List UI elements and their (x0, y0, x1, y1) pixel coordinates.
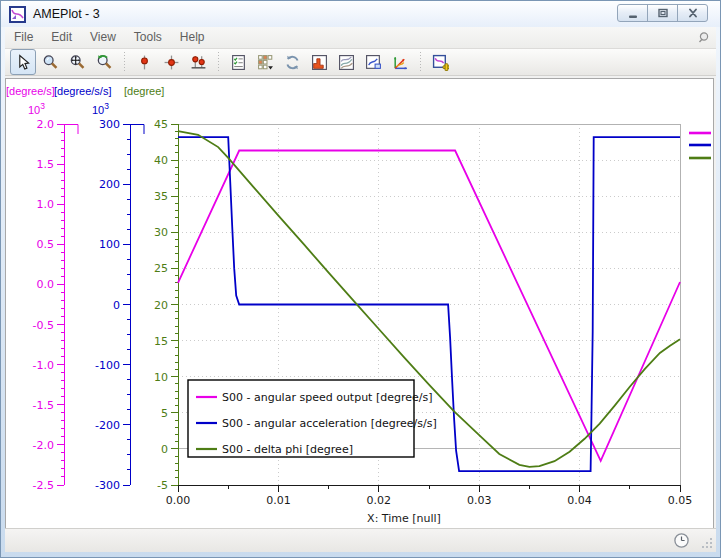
ameplot-window: AMEPlot - 3 FileEditViewToolsHelp (0, 0, 721, 558)
plot-canvas[interactable]: 2.01.51.00.50.0-0.5-1.0-1.5-2.0-2.530020… (6, 79, 713, 530)
x-tick-label: 0.05 (668, 494, 693, 507)
new-plot-icon (432, 54, 449, 71)
legend-entry-1: S00 - angular acceleration [degree/s/s] (222, 417, 437, 430)
y-tick-label: 100 (99, 238, 120, 251)
y-tick-label: 40 (154, 154, 168, 167)
pin-icon[interactable] (697, 31, 710, 44)
cursor-x-tool-icon (136, 54, 153, 71)
select-tool-button[interactable] (10, 49, 36, 75)
maximize-button[interactable] (647, 4, 678, 22)
minimize-button[interactable] (617, 4, 648, 22)
y-tick-label: 1.5 (37, 158, 55, 171)
zoom-previous-tool-icon (96, 54, 113, 71)
status-bar (5, 528, 716, 552)
window-frame: AMEPlot - 3 FileEditViewToolsHelp (0, 0, 721, 558)
y-tick-label: 30 (154, 226, 168, 239)
cursor-pair-tool-button[interactable] (185, 49, 211, 75)
y-axis-1: 3002001000-100-200-300 (95, 118, 144, 492)
close-icon (686, 6, 700, 20)
histogram-view-icon (311, 54, 328, 71)
y-tick-label: 0.0 (37, 278, 55, 291)
legend-entry-0: S00 - angular speed output [degree/s] (222, 391, 433, 404)
menu-view[interactable]: View (81, 27, 125, 48)
y-tick-label: -2.0 (33, 439, 54, 452)
cursor-x-tool-button[interactable] (131, 49, 157, 75)
cursor-cross-tool-icon (163, 54, 180, 71)
contour-view-icon (338, 54, 355, 71)
cursor-cross-tool-button[interactable] (158, 49, 184, 75)
menu-edit[interactable]: Edit (42, 27, 81, 48)
y-tick-label: -0.5 (33, 319, 54, 332)
x-tick-label: 0.02 (367, 494, 392, 507)
curve-swatches (689, 133, 711, 158)
y-tick-label: 20 (154, 299, 168, 312)
contour-view-button[interactable] (333, 49, 359, 75)
resize-grip[interactable] (701, 537, 713, 549)
toolbar-separator (417, 52, 424, 72)
curves-manager-icon (230, 54, 247, 71)
maximize-icon (656, 6, 670, 20)
y-tick-label: 2.0 (37, 118, 55, 131)
y-tick-label: 45 (154, 118, 168, 131)
ameplot-app-icon (9, 6, 26, 23)
legend-entry-2: S00 - delta phi [degree] (222, 443, 353, 456)
zoom-previous-tool-button[interactable] (91, 49, 117, 75)
y-axis-2: 454035302520151050-5 (154, 118, 178, 492)
window-title: AMEPlot - 3 (33, 7, 100, 21)
curves-manager-button[interactable] (225, 49, 251, 75)
cursor-pair-tool-icon (190, 54, 207, 71)
menu-file[interactable]: File (5, 27, 42, 48)
copy-plot-icon (365, 54, 382, 71)
menu-tools[interactable]: Tools (125, 27, 171, 48)
y-tick-label: -5 (157, 479, 168, 492)
close-button[interactable] (677, 4, 708, 22)
x-tick-label: 0.01 (266, 494, 291, 507)
menu-help[interactable]: Help (171, 27, 214, 48)
titlebar[interactable]: AMEPlot - 3 (1, 1, 720, 27)
refresh-plot-icon (284, 54, 301, 71)
y-tick-label: -1.0 (33, 359, 54, 372)
zoom-extents-tool-button[interactable] (64, 49, 90, 75)
plot-3d-button[interactable] (387, 49, 413, 75)
y-tick-label: -100 (95, 359, 120, 372)
layout-grid-button[interactable] (252, 49, 278, 75)
refresh-plot-button[interactable] (279, 49, 305, 75)
histogram-view-button[interactable] (306, 49, 332, 75)
y-tick-label: 300 (99, 118, 120, 131)
y-axis-0: 2.01.51.00.50.0-0.5-1.0-1.5-2.0-2.5 (33, 118, 78, 492)
zoom-tool-icon (42, 54, 59, 71)
y-tick-label: 15 (154, 335, 168, 348)
y-tick-label: -300 (95, 479, 120, 492)
y-tick-label: 200 (99, 178, 120, 191)
legend-box[interactable]: S00 - angular speed output [degree/s]S00… (188, 380, 437, 457)
zoom-extents-tool-icon (69, 54, 86, 71)
toolbar (5, 49, 716, 76)
window-controls (618, 4, 708, 22)
y-tick-label: -200 (95, 419, 120, 432)
y-tick-label: 1.0 (37, 198, 55, 211)
x-tick-label: 0.03 (467, 494, 492, 507)
x-tick-label: 0.00 (166, 494, 191, 507)
new-plot-button[interactable] (427, 49, 453, 75)
clock-icon (673, 532, 690, 549)
y-tick-label: 0.5 (37, 238, 55, 251)
plot-panel: [degree/s]103[degree/s/s]103[degree] 2.0… (5, 78, 714, 531)
copy-plot-button[interactable] (360, 49, 386, 75)
y-tick-label: 35 (154, 190, 168, 203)
y-tick-label: 0 (113, 299, 120, 312)
plot-3d-icon (392, 54, 409, 71)
client-area: FileEditViewToolsHelp [degree/s]103[degr… (5, 27, 716, 552)
y-tick-label: -1.5 (33, 399, 54, 412)
y-tick-label: 25 (154, 262, 168, 275)
y-tick-label: 5 (161, 407, 168, 420)
y-tick-label: -2.5 (33, 479, 54, 492)
x-axis: 0.000.010.020.030.040.05X: Time [null] (166, 485, 693, 525)
select-tool-icon (15, 54, 32, 71)
minimize-icon (626, 6, 640, 20)
x-tick-label: 0.04 (567, 494, 592, 507)
toolbar-separator (215, 52, 222, 72)
zoom-tool-button[interactable] (37, 49, 63, 75)
y-tick-label: 0 (161, 443, 168, 456)
y-tick-label: 10 (154, 371, 168, 384)
layout-grid-icon (257, 54, 274, 71)
